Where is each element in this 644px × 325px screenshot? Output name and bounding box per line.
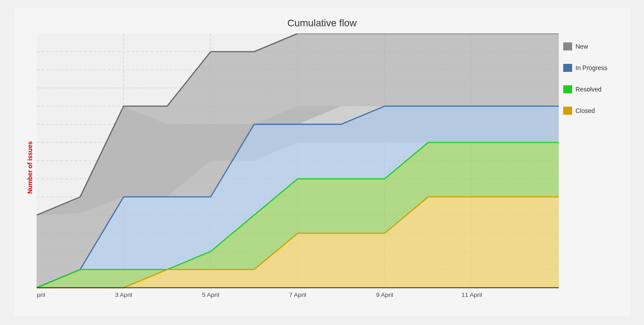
legend-item-resolved: Resolved <box>563 85 621 93</box>
svg-text:3 April: 3 April <box>115 292 132 298</box>
legend-label-resolved: Resolved <box>576 86 602 93</box>
svg-text:7 April: 7 April <box>289 292 306 298</box>
cumulative-flow-chart: 0.0 1.0 2.0 3.0 4.0 5.0 6.0 7.0 8.0 9.0 … <box>37 33 559 301</box>
new-swatch <box>563 42 572 50</box>
svg-text:1 April: 1 April <box>37 292 45 298</box>
svg-rect-47 <box>563 107 572 115</box>
svg-text:5 April: 5 April <box>202 292 219 298</box>
resolved-swatch <box>563 85 572 93</box>
svg-rect-46 <box>563 85 572 93</box>
legend-label-inprogress: In Progress <box>576 64 608 71</box>
chart-title: Cumulative flow <box>23 17 621 29</box>
svg-text:11 April: 11 April <box>461 292 482 298</box>
chart-legend: New In Progress Resolved Closed <box>559 33 621 301</box>
chart-container: Cumulative flow Number of issues <box>14 8 630 317</box>
legend-item-inprogress: In Progress <box>563 64 621 72</box>
legend-label-new: New <box>576 43 588 50</box>
svg-rect-45 <box>563 64 572 72</box>
y-axis-label: Number of issues <box>23 33 37 301</box>
closed-swatch <box>563 107 572 115</box>
svg-rect-44 <box>563 42 572 50</box>
legend-item-closed: Closed <box>563 107 621 115</box>
legend-label-closed: Closed <box>576 107 595 114</box>
legend-item-new: New <box>563 42 621 50</box>
inprogress-swatch <box>563 64 572 72</box>
svg-text:9 April: 9 April <box>376 292 393 298</box>
